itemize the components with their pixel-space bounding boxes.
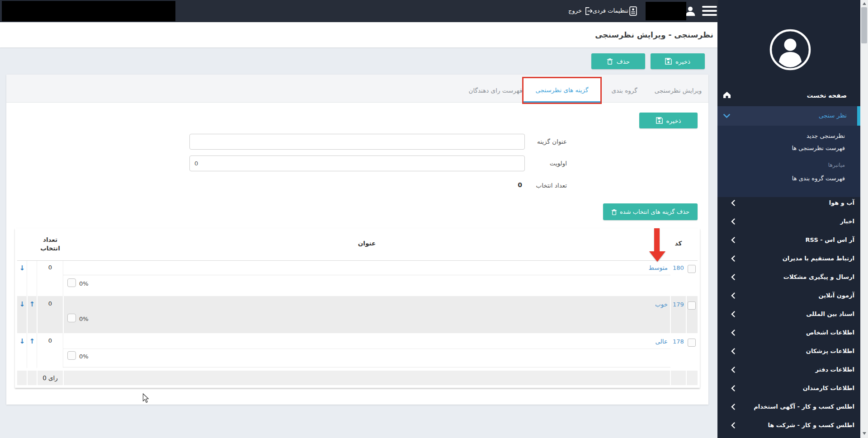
row-checkbox[interactable]	[688, 301, 696, 310]
tab-voters-list[interactable]: فهرست رای دهندگان	[468, 78, 523, 103]
scrollbar-thumb[interactable]	[861, 7, 867, 43]
tab-edit-poll[interactable]: ویرایش نظرسنجی	[653, 78, 703, 103]
personal-settings-icon	[629, 6, 637, 16]
personal-settings-link[interactable]: تنظیمات فردی	[595, 7, 628, 14]
title-bar: نظرسنجی - ویرایش نظرسنجی	[0, 22, 718, 47]
logout-link[interactable]: خروج	[567, 7, 583, 14]
percent-value: 0%	[79, 280, 89, 287]
row-checkbox[interactable]	[688, 265, 696, 273]
row-checkbox[interactable]	[688, 339, 696, 347]
scrollbar-up-arrow[interactable]	[863, 2, 866, 5]
sidebar-subitem[interactable]: فهرست گروه بندی ها	[717, 172, 868, 184]
chevron-left-icon	[731, 367, 735, 373]
hamburger-menu-icon[interactable]	[702, 6, 717, 16]
option-title-link[interactable]: متوسط	[63, 264, 668, 271]
option-code-link[interactable]: 178	[670, 338, 686, 345]
table-footer-row	[17, 371, 698, 385]
tab-poll-options-active-annotated[interactable]: گزینه های نظرسنجی	[524, 78, 600, 103]
logout-icon	[585, 6, 593, 16]
tab-grouping[interactable]: گروه بندی	[606, 78, 642, 103]
save-button-label: ذخیره	[675, 58, 690, 65]
option-code-link[interactable]: 179	[670, 301, 686, 308]
sidebar-item-label: اخبار	[840, 218, 855, 225]
row-count: 0	[37, 300, 63, 307]
save-button[interactable]: ذخیره	[651, 53, 705, 69]
sidebar-item[interactable]: ارتباط مستقیم با مدیران	[717, 249, 868, 268]
sidebar-item-label: اطلاعات کارمندان	[803, 385, 854, 391]
option-code-link[interactable]: 180	[670, 264, 686, 271]
percent-checkbox[interactable]	[67, 278, 76, 287]
priority-input[interactable]	[189, 155, 525, 171]
cell-divider	[686, 371, 687, 385]
move-up-button[interactable]: ↑	[27, 337, 37, 345]
scrollbar-down-arrow[interactable]	[863, 432, 866, 435]
sidebar-item[interactable]: آر اس اس - RSS	[717, 231, 868, 249]
cell-divider	[670, 371, 671, 385]
sidebar-item[interactable]: اسناد بین المللی	[717, 305, 868, 323]
sidebar-item-label: اطلاعات دفتر	[816, 366, 855, 373]
sidebar-item-label: آر اس اس - RSS	[806, 236, 854, 243]
sidebar-item-label: اطلاعات پزشکان	[806, 348, 854, 354]
tab-bar	[6, 75, 708, 103]
home-icon	[723, 91, 731, 99]
sidebar-item[interactable]: اخبار	[717, 212, 868, 231]
sidebar-item-label: اطلاعات اشخاص	[806, 329, 854, 336]
delete-selected-label: حذف گزینه های انتخاب شده	[620, 208, 689, 215]
column-header-code: کد	[670, 240, 686, 247]
trash-icon	[607, 58, 613, 65]
sidebar-item[interactable]: اطلس کسب و کار - آگهی استخدام	[717, 397, 868, 416]
chevron-left-icon	[731, 274, 735, 280]
sidebar-item[interactable]: اطلاعات پزشکان	[717, 342, 868, 360]
row-inner-divider	[63, 275, 670, 275]
annotation-red-arrow	[649, 228, 666, 262]
cell-divider	[27, 371, 28, 385]
chevron-left-icon	[731, 348, 735, 354]
sidebar-item[interactable]: آزمون آنلاین	[717, 286, 868, 305]
chevron-left-icon	[731, 200, 735, 206]
percent-checkbox[interactable]	[67, 351, 76, 360]
sidebar-subitem[interactable]: فهرست نظرسنجی ها	[717, 142, 868, 154]
sidebar-subitem[interactable]: نظرسنجی جدید	[717, 130, 868, 142]
column-header-count: تعداد انتخاب	[37, 235, 63, 253]
move-up-button[interactable]: ↑	[27, 300, 37, 308]
save-icon	[656, 117, 663, 124]
sidebar-item[interactable]: اطلس کسب و کار - شرکت ها	[717, 416, 868, 434]
poll-submenu-items: نظرسنجی جدیدفهرست نظرسنجی ها	[717, 130, 868, 154]
select-count-label: تعداد انتخاب	[536, 182, 567, 189]
select-count-value: 0	[514, 181, 525, 188]
delete-button[interactable]: حذف	[591, 53, 645, 69]
redacted-block-left	[2, 1, 175, 21]
chevron-left-icon	[731, 292, 735, 299]
sidebar-item[interactable]: اطلاعات کارمندان	[717, 379, 868, 397]
delete-button-label: حذف	[617, 58, 630, 65]
avatar	[769, 28, 812, 71]
sidebar-item[interactable]: اطلاعات اشخاص	[717, 323, 868, 342]
sidebar-item[interactable]: اطلاعات دفتر	[717, 360, 868, 379]
option-title-input[interactable]	[189, 134, 525, 150]
save-icon	[665, 58, 672, 65]
option-title-link[interactable]: خوب	[63, 301, 668, 308]
percent-value: 0%	[79, 353, 89, 360]
sidebar-item-label: اطلس کسب و کار - شرکت ها	[768, 422, 854, 429]
move-down-button[interactable]: ↓	[17, 337, 27, 345]
page-title: نظرسنجی - ویرایش نظرسنجی	[595, 22, 713, 47]
shortcuts-section-label: میانبرها	[828, 162, 845, 168]
sidebar-item-label: ارتباط مستقیم با مدیران	[783, 255, 854, 262]
sidebar-item-home[interactable]: صفحه نخست	[807, 92, 847, 99]
percent-checkbox[interactable]	[67, 314, 76, 322]
delete-selected-options-button[interactable]: حذف گزینه های انتخاب شده	[603, 203, 698, 220]
chevron-left-icon	[731, 385, 735, 391]
sidebar-item[interactable]: ارسال و پیگیری مشکلات	[717, 268, 868, 286]
chevron-left-icon	[731, 311, 735, 317]
topbar: تنظیمات فردی خروج	[0, 0, 718, 22]
move-down-button[interactable]: ↓	[17, 264, 27, 272]
option-title-link[interactable]: عالی	[63, 338, 668, 345]
row-count: 0	[37, 264, 63, 271]
sidebar-item[interactable]: آب و هوا	[717, 193, 868, 212]
save-option-button[interactable]: ذخیره	[639, 113, 698, 128]
move-down-button[interactable]: ↓	[17, 300, 27, 308]
table-header-divider	[17, 260, 698, 261]
sidebar-item-label: آزمون آنلاین	[818, 292, 854, 299]
scrollbar[interactable]	[860, 0, 868, 438]
poll-edit-page: { "topbar": { "logout_label": "خروج", "s…	[0, 0, 868, 438]
